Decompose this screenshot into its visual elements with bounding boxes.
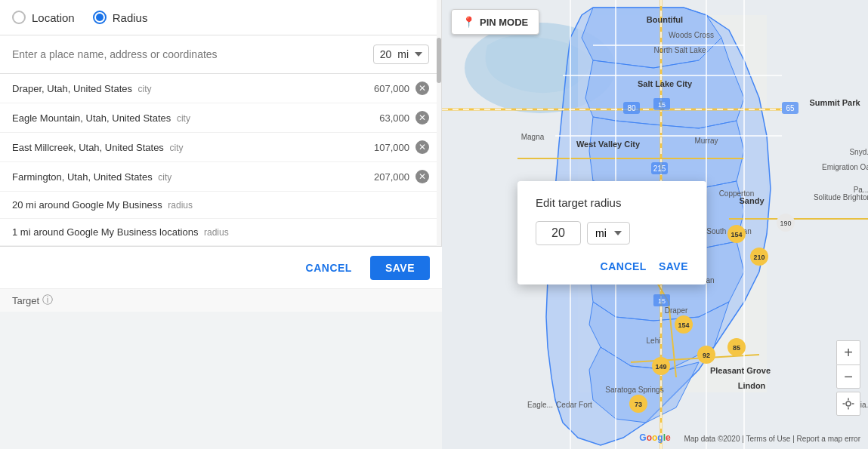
zoom-in-button[interactable]: + [836,340,860,364]
svg-text:85: 85 [733,344,740,352]
main-container: Location Radius 20 mi [0,0,868,449]
svg-text:Emigration Oaks: Emigration Oaks [822,163,868,171]
svg-text:Lehi: Lehi [647,337,661,345]
svg-text:149: 149 [655,363,666,371]
svg-text:65: 65 [786,104,795,112]
svg-text:15: 15 [658,101,666,109]
target-help-icon: ⓘ [42,294,53,307]
location-count: 607,000 [374,83,409,94]
svg-text:Snyd...: Snyd... [849,148,868,156]
location-count: 63,000 [379,112,409,124]
list-item[interactable]: Farmington, Utah, United States city 207… [0,162,441,192]
pin-icon: 📍 [462,16,475,28]
radius-radio-circle[interactable] [93,11,107,24]
remove-button[interactable]: ✕ [415,170,429,183]
popup-cancel-button[interactable]: CANCEL [601,260,647,272]
radius-label: 1 mi around Google My Business locations… [12,226,229,238]
location-count: 107,000 [374,142,409,153]
svg-text:Sandy: Sandy [739,196,765,205]
list-item[interactable]: Draper, Utah, United States city 607,000… [0,74,441,103]
remove-button[interactable]: ✕ [415,81,429,95]
map-attribution: Map data ©2020 | Terms of Use | Report a… [684,435,860,443]
popup-inputs-row: mi [536,221,688,245]
map-background: Bountiful Woods Cross North Salt Lake Sa… [442,0,868,449]
svg-text:Bountiful: Bountiful [647,15,683,24]
popup-distance-input[interactable] [536,221,581,245]
svg-text:Summit Park: Summit Park [809,98,860,107]
distance-value: 20 [380,48,392,60]
radius-type: radius [168,200,193,211]
popup-unit-value: mi [595,227,607,239]
distance-unit: mi [397,48,409,60]
search-row: 20 mi [0,35,441,74]
svg-text:15: 15 [658,297,666,305]
google-logo: Google [639,432,670,443]
location-radio-label: Location [32,11,75,24]
popup-title: Edit target radius [536,196,688,209]
location-name: Farmington, Utah, United States city [12,171,374,183]
svg-text:154: 154 [678,321,689,329]
cancel-button[interactable]: CANCEL [297,256,361,280]
svg-text:Draper: Draper [665,306,688,315]
location-radio-option[interactable]: Location [12,11,75,24]
location-type: city [138,84,152,94]
radius-type: radius [204,227,229,238]
map-panel: Bountiful Woods Cross North Salt Lake Sa… [442,0,868,449]
location-type: city [158,172,171,183]
svg-text:154: 154 [731,231,742,238]
remove-button[interactable]: ✕ [415,140,429,154]
popup-unit-chevron-icon [614,231,622,235]
svg-text:Saratoga Springs: Saratoga Springs [605,386,663,394]
list-item[interactable]: 1 mi around Google My Business locations… [0,219,441,246]
distance-selector[interactable]: 20 mi [373,45,429,64]
svg-text:Pa...: Pa... [854,186,868,194]
popup-actions: CANCEL SAVE [536,260,688,272]
location-radio-circle[interactable] [12,11,26,24]
scrollbar-thumb[interactable] [437,38,441,83]
distance-chevron-icon [415,52,422,57]
svg-text:80: 80 [627,104,636,112]
location-name: East Millcreek, Utah, United States city [12,142,374,153]
list-item[interactable]: East Millcreek, Utah, United States city… [0,133,441,162]
radius-radio-option[interactable]: Radius [93,11,148,24]
location-name: Eagle Mountain, Utah, United States city [12,112,379,124]
svg-text:North Salt Lake: North Salt Lake [654,46,706,54]
location-name: Draper, Utah, United States city [12,83,374,94]
location-type: city [177,113,190,124]
list-item[interactable]: Eagle Mountain, Utah, United States city… [0,103,441,133]
target-label: Target [12,295,39,306]
popup-save-button[interactable]: SAVE [659,260,688,272]
popup-unit-selector[interactable]: mi [587,222,630,244]
zoom-controls: + − [836,340,860,389]
svg-text:Woods Cross: Woods Cross [669,31,714,39]
svg-text:Magna: Magna [521,133,545,141]
svg-text:73: 73 [635,401,642,408]
remove-button[interactable]: ✕ [415,111,429,125]
svg-text:190: 190 [780,220,791,227]
list-item[interactable]: 20 mi around Google My Business radius [0,192,441,219]
svg-text:215: 215 [653,165,666,173]
svg-point-59 [846,401,851,406]
svg-text:92: 92 [703,352,710,359]
svg-text:Pleasant Grove: Pleasant Grove [710,366,771,375]
save-button[interactable]: SAVE [370,256,430,280]
pin-mode-label: PIN MODE [480,17,528,28]
svg-text:Cedar Fort: Cedar Fort [556,401,592,409]
svg-text:West Valley City: West Valley City [576,140,641,149]
radius-radio-label: Radius [113,11,148,24]
scrollbar[interactable] [437,0,441,246]
zoom-out-button[interactable]: − [836,364,860,389]
target-row: Target ⓘ [0,288,442,312]
location-type: city [169,143,183,153]
svg-text:Solitude Brighton: Solitude Brighton [814,193,868,201]
location-list: Draper, Utah, United States city 607,000… [0,74,441,246]
bottom-bar: CANCEL SAVE [0,246,442,288]
edit-radius-popup: Edit target radius mi CANCEL SAVE [517,181,706,284]
left-panel: Location Radius 20 mi [0,0,442,246]
locate-button[interactable] [836,392,860,416]
svg-text:Salt Lake City: Salt Lake City [638,79,693,88]
pin-mode-button[interactable]: 📍 PIN MODE [451,9,539,35]
radio-row: Location Radius [0,0,441,35]
search-input[interactable] [12,48,367,60]
radius-label: 20 mi around Google My Business radius [12,199,193,211]
